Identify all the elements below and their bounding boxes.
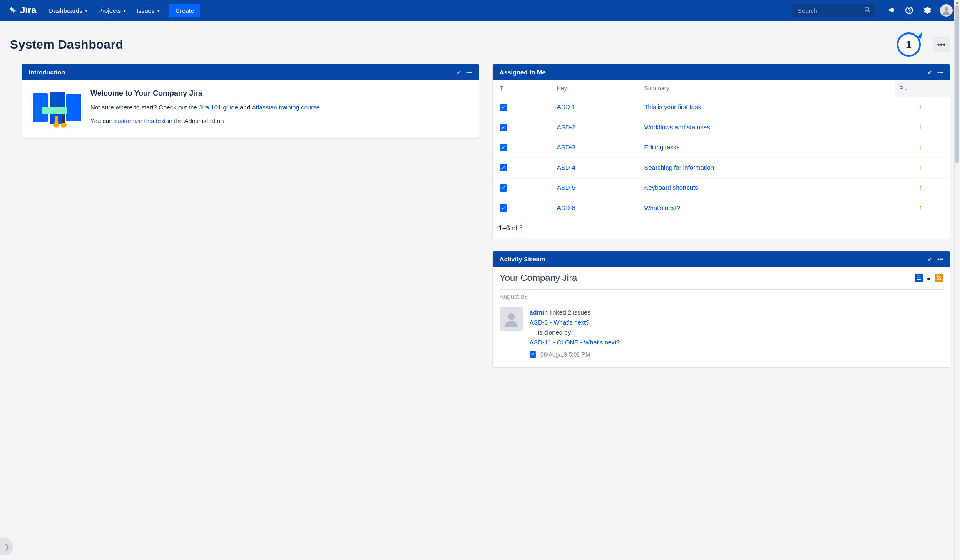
priority-medium-icon: ↑: [919, 164, 922, 171]
issue-summary-link[interactable]: Editing tasks: [644, 144, 679, 151]
task-icon: ✓: [500, 124, 507, 131]
jira-101-link[interactable]: Jira 101 guide: [199, 104, 238, 111]
help-icon[interactable]: [902, 3, 917, 18]
gadget-introduction: Introduction ⤢ ••• Welcome to Your Compa…: [22, 64, 479, 139]
activity-date: August 08: [500, 289, 943, 300]
create-button[interactable]: Create: [169, 4, 200, 17]
dashboard-col-left: Introduction ⤢ ••• Welcome to Your Compa…: [22, 64, 479, 139]
search-wrap: [792, 4, 875, 17]
issue-summary-link[interactable]: What's next?: [644, 204, 680, 211]
more-actions-button[interactable]: •••: [933, 37, 950, 52]
task-icon: ✓: [530, 351, 536, 358]
svg-line-1: [868, 11, 870, 12]
svg-rect-7: [66, 94, 81, 121]
table-header-row: T Key Summary P ↓: [493, 80, 950, 97]
nav-issues[interactable]: Issues ▼: [132, 0, 165, 21]
table-row: ✓ASD-6What's next?↑: [493, 198, 950, 218]
nav-projects-label: Projects: [98, 7, 121, 14]
issue-key-link[interactable]: ASD-4: [557, 164, 575, 171]
top-nav: Jira Dashboards ▼ Projects ▼ Issues ▼ Cr…: [0, 0, 960, 21]
intro-text: Welcome to Your Company Jira Not sure wh…: [90, 89, 321, 131]
activity-issue-link-2[interactable]: ASD-11 - CLONE - What's next?: [530, 339, 620, 346]
activity-title-row: Your Company Jira ☰ ≣: [500, 273, 943, 283]
activity-user-link[interactable]: admin: [530, 309, 548, 316]
activity-content: admin linked 2 issues ASD-6 - What's nex…: [530, 307, 620, 359]
priority-medium-icon: ↑: [919, 123, 922, 130]
sort-down-icon: ↓: [905, 85, 908, 92]
gadget-more-icon[interactable]: •••: [937, 256, 943, 262]
activity-body: Your Company Jira ☰ ≣ August 08: [493, 267, 950, 367]
gadget-more-icon[interactable]: •••: [466, 69, 472, 75]
dashboard-col-right: Assigned to Me ⤢ ••• T Key Summary P ↓ ✓…: [492, 64, 950, 368]
issue-key-link[interactable]: ASD-2: [557, 124, 575, 131]
search-input[interactable]: [792, 4, 875, 17]
gadget-header: Activity Stream ⤢ •••: [493, 251, 950, 267]
activity-timestamp: 08/Aug/19 5:08 PM: [540, 350, 590, 359]
customize-text-link[interactable]: customize this text: [114, 117, 166, 124]
issue-summary-link[interactable]: Keyboard shortcuts: [644, 184, 698, 191]
page-header: System Dashboard 1 •••: [0, 21, 960, 64]
maximize-icon[interactable]: ⤢: [928, 69, 932, 75]
feedback-icon[interactable]: [883, 3, 898, 18]
col-key[interactable]: Key: [553, 80, 640, 97]
issue-key-link[interactable]: ASD-6: [557, 204, 575, 211]
activity-item: admin linked 2 issues ASD-6 - What's nex…: [500, 307, 943, 359]
jira-logo-icon: [7, 5, 17, 15]
gadget-header: Introduction ⤢ •••: [22, 64, 479, 80]
activity-issue-link-1[interactable]: ASD-6 - What's next?: [530, 319, 589, 326]
gadget-activity-stream: Activity Stream ⤢ ••• Your Company Jira …: [492, 251, 950, 368]
intro-line2: You can customize this text in the Admin…: [90, 116, 321, 126]
col-summary[interactable]: Summary: [640, 80, 895, 97]
maximize-icon[interactable]: ⤢: [457, 69, 461, 75]
task-icon: ✓: [500, 184, 507, 192]
svg-point-13: [937, 279, 938, 280]
gadget-title: Assigned to Me: [500, 69, 923, 76]
avatar[interactable]: [940, 4, 953, 17]
search-icon[interactable]: [864, 7, 871, 15]
col-priority[interactable]: P ↓: [895, 80, 950, 97]
gadget-title: Introduction: [29, 69, 452, 76]
issue-summary-link[interactable]: Workflows and statuses: [644, 124, 710, 131]
svg-rect-10: [55, 116, 58, 123]
view-list-icon[interactable]: ≣: [925, 274, 933, 282]
settings-icon[interactable]: [920, 3, 935, 18]
intro-body: Welcome to Your Company Jira Not sure wh…: [22, 80, 479, 138]
rss-icon[interactable]: [935, 274, 943, 282]
issue-summary-link[interactable]: Searching for information: [644, 164, 714, 171]
issue-summary-link[interactable]: This is your first task: [644, 103, 701, 110]
gadget-assigned-to-me: Assigned to Me ⤢ ••• T Key Summary P ↓ ✓…: [492, 64, 950, 239]
gadget-more-icon[interactable]: •••: [937, 69, 943, 75]
activity-timestamp-row: ✓ 08/Aug/19 5:08 PM: [530, 350, 620, 359]
issue-key-link[interactable]: ASD-5: [557, 184, 575, 191]
nav-projects[interactable]: Projects ▼: [93, 0, 132, 21]
col-type[interactable]: T: [493, 80, 553, 97]
table-row: ✓ASD-5Keyboard shortcuts↑: [493, 178, 950, 198]
maximize-icon[interactable]: ⤢: [928, 256, 932, 262]
priority-medium-icon: ↑: [919, 184, 922, 191]
nav-issues-label: Issues: [137, 7, 154, 14]
activity-relation: is cloned by: [538, 327, 620, 337]
intro-illustration: [30, 89, 84, 131]
task-icon: ✓: [500, 204, 507, 212]
scrollbar[interactable]: ▲: [954, 0, 960, 393]
scrollbar-thumb[interactable]: [955, 5, 959, 163]
svg-point-3: [909, 12, 910, 12]
svg-point-4: [945, 7, 948, 11]
svg-point-0: [865, 7, 869, 11]
atlassian-training-link[interactable]: Atlassian training course: [252, 104, 320, 111]
nav-dashboards[interactable]: Dashboards ▼: [44, 0, 93, 21]
issue-table: T Key Summary P ↓ ✓ASD-1This is your fir…: [493, 80, 950, 218]
table-row: ✓ASD-2Workflows and statuses↑: [493, 117, 950, 137]
priority-medium-icon: ↑: [919, 204, 922, 211]
pagination-range: 1–6: [499, 225, 510, 232]
dashboard: Introduction ⤢ ••• Welcome to Your Compa…: [0, 64, 960, 393]
activity-avatar: [500, 307, 523, 331]
chevron-down-icon: ▼: [122, 8, 127, 13]
issue-key-link[interactable]: ASD-1: [557, 103, 575, 110]
page-title: System Dashboard: [10, 37, 897, 52]
notification-badge[interactable]: 1: [897, 32, 921, 57]
pagination-total-link[interactable]: 6: [519, 225, 523, 232]
jira-logo[interactable]: Jira: [7, 5, 36, 16]
issue-key-link[interactable]: ASD-3: [557, 144, 575, 151]
view-full-icon[interactable]: ☰: [915, 274, 923, 282]
